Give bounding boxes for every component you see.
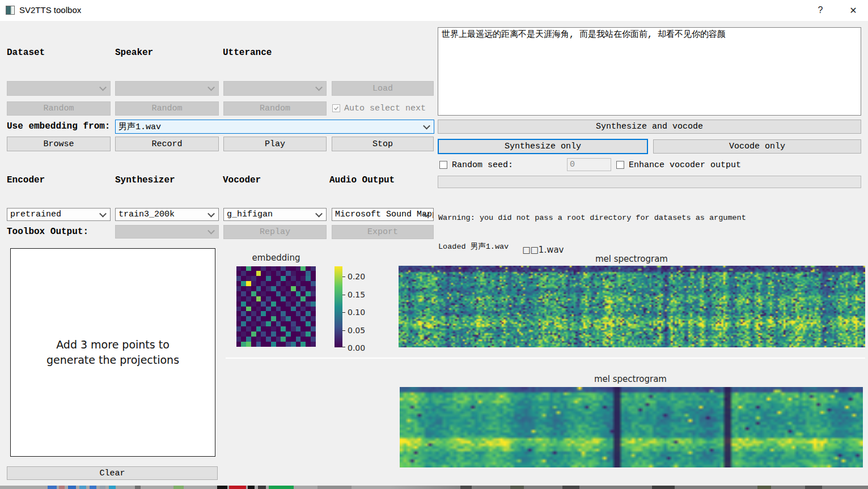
colorbar-tick-label: 0.00 xyxy=(348,343,365,352)
embedding-source-value: 男声1.wav xyxy=(118,121,161,132)
help-button[interactable]: ? xyxy=(812,3,828,17)
vocoder-combo[interactable]: g_hifigan xyxy=(223,208,327,221)
toolbox-output-label: Toolbox Output: xyxy=(7,227,88,237)
embedding-colorbar xyxy=(335,266,342,347)
current-wav-title: □□1.wav xyxy=(509,245,577,255)
auto-select-next-checkbox[interactable] xyxy=(332,104,340,112)
chevron-down-icon xyxy=(423,122,430,129)
browse-button[interactable]: Browse xyxy=(7,137,111,151)
mel-spectrogram-target xyxy=(399,266,865,347)
play-button[interactable]: Play xyxy=(223,137,327,151)
random-seed-checkbox[interactable] xyxy=(439,161,447,169)
taskbar-icon-sliver xyxy=(217,486,227,489)
colorbar-tick xyxy=(342,347,345,347)
vocoder-value: g_hifigan xyxy=(227,210,273,219)
taskbar-icon-sliver xyxy=(100,486,105,489)
auto-select-next-label: Auto select next xyxy=(344,104,426,113)
enhance-vocoder-label: Enhance vocoder output xyxy=(629,160,741,170)
speaker-label: Speaker xyxy=(115,48,153,58)
embedding-heatmap xyxy=(236,266,316,347)
colorbar-tick xyxy=(342,312,345,313)
encoder-value: pretrained xyxy=(10,210,61,219)
colorbar-tick-label: 0.05 xyxy=(348,326,365,335)
embedding-title: embedding xyxy=(236,253,316,263)
encoder-label: Encoder xyxy=(7,175,45,185)
projection-placeholder-text: Add 3 more points to generate the projec… xyxy=(46,337,179,368)
taskbar-icon-sliver xyxy=(248,486,255,489)
vocode-only-button[interactable]: Vocode only xyxy=(653,139,861,154)
speaker-combo[interactable] xyxy=(115,81,219,96)
taskbar-icon-sliver xyxy=(90,486,96,489)
record-button[interactable]: Record xyxy=(115,137,219,151)
taskbar-icon-sliver xyxy=(258,486,266,489)
seed-value-input[interactable] xyxy=(567,158,611,171)
audio-output-label: Audio Output xyxy=(329,175,395,185)
colorbar-tick xyxy=(342,277,345,277)
taskbar-icon-sliver xyxy=(109,486,116,489)
taskbar-icon-sliver xyxy=(562,486,579,489)
mel-spectrogram-generated xyxy=(400,387,863,467)
figure-bottom-edge xyxy=(226,358,865,359)
synthesizer-label: Synthesizer xyxy=(115,175,175,185)
chevron-down-icon xyxy=(99,84,107,91)
progress-bar xyxy=(438,176,861,188)
colorbar-tick-label: 0.20 xyxy=(348,272,365,281)
close-button[interactable]: ✕ xyxy=(845,3,861,17)
chevron-down-icon xyxy=(315,84,323,91)
taskbar-strip xyxy=(0,486,868,489)
taskbar-icon-sliver xyxy=(79,486,86,489)
vocoder-label: Vocoder xyxy=(223,175,261,185)
app-icon xyxy=(6,6,15,15)
random-utterance-button[interactable]: Random xyxy=(223,101,327,116)
taskbar-icon-sliver xyxy=(460,486,472,489)
chevron-down-icon xyxy=(208,84,215,91)
random-dataset-button[interactable]: Random xyxy=(7,101,111,116)
taskbar-icon-sliver xyxy=(757,486,771,489)
mel-spectrogram-2-title: mel spectrogram xyxy=(577,374,684,384)
colorbar-tick xyxy=(342,330,345,331)
colorbar-tick-label: 0.15 xyxy=(348,290,365,299)
taskbar-icon-sliver xyxy=(652,486,675,489)
synthesizer-combo[interactable]: train3_200k xyxy=(115,208,219,221)
random-seed-label: Random seed: xyxy=(452,160,513,170)
mel-spectrogram-1-title: mel spectrogram xyxy=(578,254,685,264)
log-line: Loaded 男声1.wav xyxy=(438,242,797,252)
toolbox-output-combo[interactable] xyxy=(115,225,219,239)
taskbar-icon-sliver xyxy=(229,486,246,489)
synthesize-only-button[interactable]: Synthesize only xyxy=(438,139,648,154)
check-icon xyxy=(333,105,340,112)
dataset-combo[interactable] xyxy=(7,81,111,96)
text-prompt-input[interactable]: 世界上最遥远的距离不是天涯海角, 而是我站在你面前, 却看不见你的容颜 xyxy=(438,27,861,116)
use-embedding-from-label: Use embedding from: xyxy=(7,121,110,131)
synthesize-and-vocode-button[interactable]: Synthesize and vocode xyxy=(438,120,861,134)
utterance-combo[interactable] xyxy=(223,81,327,96)
taskbar-icon-sliver xyxy=(59,486,65,489)
dataset-label: Dataset xyxy=(7,48,45,58)
chevron-down-icon xyxy=(208,210,215,217)
taskbar-icon-sliver xyxy=(510,486,524,489)
chevron-down-icon xyxy=(99,210,107,217)
enhance-vocoder-checkbox[interactable] xyxy=(616,161,624,169)
load-button[interactable]: Load xyxy=(332,81,434,96)
export-button[interactable]: Export xyxy=(332,225,434,239)
clear-button[interactable]: Clear xyxy=(7,466,218,480)
taskbar-icon-sliver xyxy=(68,486,76,489)
taskbar-icon-sliver xyxy=(317,486,352,489)
audio-output-combo[interactable]: Microsoft Sound Mapp xyxy=(332,208,434,221)
random-speaker-button[interactable]: Random xyxy=(115,101,219,116)
projection-placeholder-line1: Add 3 more points to xyxy=(46,337,179,352)
chevron-down-icon xyxy=(208,227,215,235)
log-line: Warning: you did not pass a root directo… xyxy=(438,213,797,223)
colorbar-tick-label: 0.10 xyxy=(348,308,365,317)
colorbar-tick xyxy=(342,295,345,295)
taskbar-icon-sliver xyxy=(173,486,184,489)
umap-projection-plot: Add 3 more points to generate the projec… xyxy=(10,248,215,457)
chevron-down-icon xyxy=(315,210,323,217)
stop-button[interactable]: Stop xyxy=(332,137,434,151)
replay-button[interactable]: Replay xyxy=(223,225,327,239)
synthesizer-value: train3_200k xyxy=(118,210,175,219)
audio-output-value: Microsoft Sound Mapp xyxy=(335,210,434,219)
window-title: SV2TTS toolbox xyxy=(19,5,81,15)
embedding-source-combo[interactable]: 男声1.wav xyxy=(115,120,434,134)
encoder-combo[interactable]: pretrained xyxy=(7,208,111,221)
